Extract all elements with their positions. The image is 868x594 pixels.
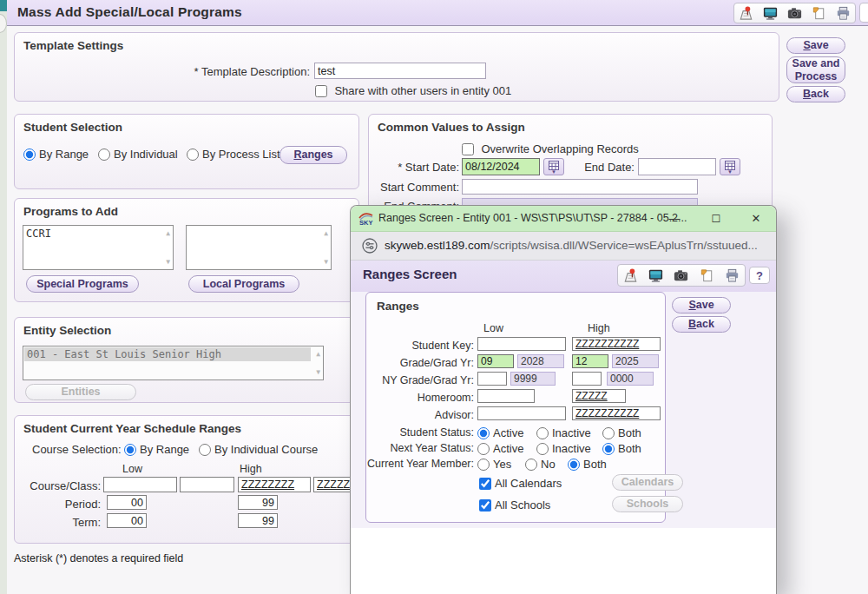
term-high-input[interactable] — [238, 513, 278, 528]
start-date-input[interactable] — [462, 158, 540, 175]
paste-page-icon[interactable] — [697, 267, 716, 284]
camera-icon[interactable] — [785, 4, 804, 22]
url-host: skyweb.estl189.com — [385, 239, 490, 252]
advisor-high-input[interactable] — [572, 406, 661, 420]
ranges-button[interactable]: Ranges — [279, 146, 347, 164]
start-comment-label: Start Comment: — [369, 181, 459, 194]
scroll-down-icon: ▼ — [316, 368, 320, 376]
scroll-down-icon[interactable]: ▼ — [324, 258, 328, 266]
save-and-process-button[interactable]: Save and Process — [786, 56, 845, 83]
current-year-member-yes-radio[interactable]: Yes — [477, 458, 511, 471]
popup-back-button[interactable]: Back — [672, 316, 731, 333]
student-status-inactive-radio[interactable]: Inactive — [536, 426, 591, 439]
student-status-both-radio[interactable]: Both — [602, 426, 641, 439]
site-settings-icon[interactable] — [362, 238, 378, 257]
scroll-up-icon[interactable]: ▲ — [166, 229, 170, 237]
period-low-input[interactable] — [107, 495, 147, 510]
local-programs-button[interactable]: Local Programs — [188, 275, 299, 293]
calendars-button: Calendars — [612, 474, 683, 491]
location-pin-icon[interactable] — [737, 4, 756, 22]
local-programs-list[interactable]: ▲ ▼ — [186, 225, 332, 270]
ny-grade-low-input[interactable] — [477, 372, 507, 386]
end-date-calendar-icon[interactable]: ▼ — [720, 158, 740, 175]
close-icon[interactable]: ✕ — [743, 209, 769, 228]
help-icon[interactable]: ? — [749, 267, 770, 284]
scroll-up-icon[interactable]: ▲ — [324, 229, 328, 237]
share-with-users-label: Share with other users in entity 001 — [334, 84, 511, 97]
entities-button: Entities — [25, 384, 136, 400]
homeroom-low-input[interactable] — [477, 389, 535, 403]
special-programs-list[interactable]: CCRI ▲ ▼ — [23, 225, 174, 270]
by-range-radio[interactable]: By Range — [23, 148, 89, 161]
common-values-title: Common Values to Assign — [378, 121, 525, 134]
end-date-input[interactable] — [638, 158, 716, 175]
term-low-input[interactable] — [107, 513, 147, 528]
grade-high-input[interactable] — [572, 354, 608, 368]
location-pin-icon[interactable] — [621, 267, 641, 284]
url-path: /scripts/wsisa.dll/WService=wsEAplusTrn/… — [490, 239, 758, 252]
current-year-member-both-radio[interactable]: Both — [568, 458, 607, 471]
current-year-member-no-radio[interactable]: No — [525, 458, 556, 471]
all-schools-checkbox[interactable]: All Schools — [479, 498, 550, 512]
next-year-status-active-radio[interactable]: Active — [477, 442, 523, 455]
screen: Mass Add Special/Local Programs Save Sav… — [0, 0, 868, 594]
course-by-individual-radio[interactable]: By Individual Course — [199, 443, 318, 456]
course-high-input[interactable] — [238, 477, 311, 492]
advisor-low-input[interactable] — [477, 406, 566, 420]
template-description-input[interactable] — [314, 63, 486, 79]
ny-grad-yr-high-input — [607, 372, 654, 386]
period-label: Period: — [15, 498, 101, 511]
ny-grade-high-input[interactable] — [572, 372, 602, 386]
course-low-input[interactable] — [103, 477, 177, 492]
schedule-ranges-title: Student Current Year Schedule Ranges — [23, 422, 241, 435]
end-date-label: End Date: — [577, 161, 635, 174]
template-settings-title: Template Settings — [23, 39, 123, 52]
schedule-ranges-section: Student Current Year Schedule Ranges Cou… — [14, 415, 363, 544]
all-calendars-checkbox[interactable]: All Calendars — [479, 477, 562, 490]
student-status-label: Student Status: — [366, 426, 474, 439]
class-low-input[interactable] — [180, 477, 234, 492]
printer-icon[interactable] — [833, 4, 852, 22]
by-process-list-radio[interactable]: By Process List — [187, 148, 280, 161]
low-column-header: Low — [122, 463, 142, 475]
monitor-icon[interactable] — [761, 4, 780, 22]
student-selection-section: Student Selection By Range By Individual… — [14, 114, 359, 189]
student-key-label: Student Key: — [366, 340, 474, 352]
overwrite-overlapping-checkbox[interactable] — [462, 143, 474, 155]
ranges-popup-window: SKY Ranges Screen - Entity 001 - WS\ST\P… — [350, 205, 777, 594]
monitor-icon[interactable] — [647, 267, 666, 284]
grade-grad-yr-label: Grade/Grad Yr: — [366, 357, 474, 369]
period-high-input[interactable] — [238, 495, 278, 510]
scroll-down-icon[interactable]: ▼ — [166, 258, 170, 266]
grade-low-input[interactable] — [477, 354, 514, 368]
maximize-icon[interactable]: ☐ — [703, 209, 729, 228]
start-comment-input[interactable] — [462, 179, 698, 195]
save-button[interactable]: Save — [786, 37, 845, 54]
homeroom-high-input[interactable] — [572, 389, 626, 403]
special-programs-button[interactable]: Special Programs — [26, 275, 139, 293]
start-date-calendar-icon[interactable]: ▼ — [543, 158, 564, 175]
student-key-high-input[interactable] — [572, 337, 661, 351]
template-description-label: * Template Description: — [15, 65, 310, 78]
student-status-active-radio[interactable]: Active — [477, 426, 523, 439]
ranges-groupbox: Ranges Low High Student Key: Grade/Grad … — [365, 292, 666, 523]
url-text: skyweb.estl189.com/scripts/wsisa.dll/WSe… — [385, 239, 758, 252]
share-with-users-checkbox[interactable] — [315, 85, 327, 97]
schools-button: Schools — [612, 496, 683, 512]
course-by-range-radio[interactable]: By Range — [124, 443, 189, 456]
next-year-status-inactive-radio[interactable]: Inactive — [536, 442, 591, 455]
printer-icon[interactable] — [722, 267, 741, 284]
overwrite-overlapping-label: Overwrite Overlapping Records — [481, 142, 638, 155]
student-key-low-input[interactable] — [477, 337, 566, 351]
by-individual-radio[interactable]: By Individual — [98, 148, 178, 161]
paste-page-icon[interactable] — [809, 4, 828, 22]
next-year-status-both-radio[interactable]: Both — [602, 442, 641, 455]
camera-icon[interactable] — [672, 267, 691, 284]
popup-save-button[interactable]: Save — [672, 297, 731, 314]
course-selection-label: Course Selection: — [32, 443, 122, 456]
minimize-icon[interactable]: — — [661, 209, 687, 228]
popup-lower-background — [351, 528, 776, 594]
entity-selection-title: Entity Selection — [23, 324, 111, 337]
back-button[interactable]: Back — [786, 86, 845, 102]
help-icon[interactable] — [859, 3, 868, 23]
